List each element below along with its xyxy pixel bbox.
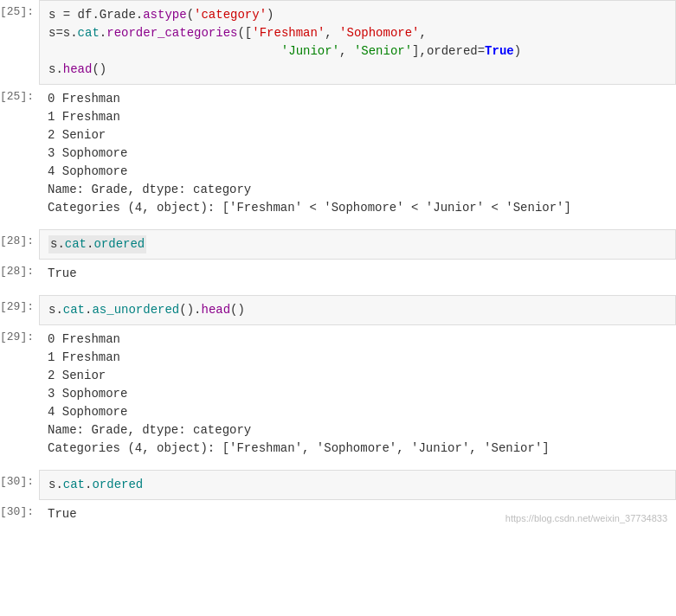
attr-cat: cat — [78, 26, 100, 40]
code-text: s. — [48, 478, 63, 491]
attr-cat: cat — [63, 303, 85, 317]
cell-30-output-number: [30]: — [0, 500, 39, 529]
attr-ordered: ordered — [92, 478, 143, 491]
cell-29-input-number: [29]: — [0, 295, 39, 325]
cell-28-output-number: [28]: — [0, 260, 39, 288]
code-line-1: s.cat.as_unordered().head() — [48, 301, 666, 319]
cell-25-output-content: 0 Freshman 1 Freshman 2 Senior 3 Sophomo… — [39, 85, 676, 222]
cell-25-input-number: [25]: — [0, 0, 39, 85]
cell-30-input: [30]: s.cat.ordered — [0, 470, 676, 500]
cell-30-output: [30]: True https://blog.csdn.net/weixin_… — [0, 500, 676, 529]
code-text: . — [100, 26, 106, 40]
fn-head: head — [63, 62, 93, 76]
highlighted-code: s.cat.ordered — [48, 235, 146, 253]
fn-reorder: reorder_categories — [106, 26, 237, 40]
cell-28-output: [28]: True — [0, 260, 676, 288]
cell-29-input-code[interactable]: s.cat.as_unordered().head() — [39, 295, 676, 325]
output-line-1: 0 Freshman — [48, 90, 667, 108]
watermark: https://blog.csdn.net/weixin_37734833 — [505, 511, 667, 526]
output-line-6: Name: Grade, dtype: category — [48, 181, 667, 199]
cell-29-output-number: [29]: — [0, 325, 39, 463]
code-text: ) — [267, 8, 274, 22]
code-text: ],ordered= — [412, 44, 485, 58]
cell-25-output: [25]: 0 Freshman 1 Freshman 2 Senior 3 S… — [0, 85, 676, 222]
output-line-7: Categories (4, object): ['Freshman' < 'S… — [48, 199, 667, 217]
fn-head: head — [201, 303, 230, 317]
code-indent — [48, 44, 281, 58]
output-line-3: 2 Senior — [48, 367, 667, 385]
cell-28-input-number: [28]: — [0, 229, 39, 260]
cell-28-output-content: True — [39, 260, 676, 288]
code-text: () — [230, 303, 245, 317]
output-line-4: 3 Sophomore — [48, 144, 667, 163]
cell-30-output-content: True https://blog.csdn.net/weixin_377348… — [39, 500, 676, 529]
cell-29-input: [29]: s.cat.as_unordered().head() — [0, 295, 676, 325]
cell-29-output-content: 0 Freshman 1 Freshman 2 Senior 3 Sophomo… — [39, 325, 676, 463]
code-line-2: s=s.cat.reorder_categories(['Freshman', … — [48, 24, 666, 42]
code-text: s = df.Grade. — [48, 8, 143, 22]
code-text: ) — [514, 44, 521, 58]
kw-true: True — [485, 44, 514, 58]
output-line-5: 4 Sophomore — [48, 403, 667, 421]
cell-30-input-number: [30]: — [0, 470, 39, 500]
output-line-7: Categories (4, object): ['Freshman', 'So… — [48, 440, 667, 458]
code-text: s=s. — [48, 26, 78, 40]
cell-30-input-code[interactable]: s.cat.ordered — [39, 470, 676, 500]
str-senior: 'Senior' — [354, 44, 412, 58]
output-line-5: 4 Sophomore — [48, 163, 667, 181]
code-text: , — [339, 44, 354, 58]
attr-cat: cat — [63, 478, 85, 491]
code-text: s. — [48, 62, 63, 76]
cell-28-input-code[interactable]: s.cat.ordered — [39, 229, 676, 260]
code-text: s. — [48, 303, 63, 317]
output-line-4: 3 Sophomore — [48, 385, 667, 403]
str-sophomore: 'Sophomore' — [339, 26, 419, 40]
cell-28-input: [28]: s.cat.ordered — [0, 229, 676, 260]
str-category: 'category' — [194, 8, 267, 22]
code-line-1: s.cat.ordered — [48, 235, 666, 253]
str-junior: 'Junior' — [281, 44, 339, 58]
cell-29-output: [29]: 0 Freshman 1 Freshman 2 Senior 3 S… — [0, 325, 676, 463]
output-line-1: 0 Freshman — [48, 330, 667, 349]
code-text: ([ — [237, 26, 252, 40]
fn-astype: astype — [143, 8, 186, 22]
cell-25-output-number: [25]: — [0, 85, 39, 222]
code-text: , — [325, 26, 339, 40]
attr-cat: cat — [65, 237, 87, 251]
code-text: ( — [187, 8, 194, 22]
code-line-3: 'Junior', 'Senior'],ordered=True) — [48, 42, 666, 61]
code-line-1: s.cat.ordered — [48, 476, 666, 494]
fn-as-unordered: as_unordered — [92, 303, 179, 317]
output-line-6: Name: Grade, dtype: category — [48, 421, 667, 440]
output-line-3: 2 Senior — [48, 126, 667, 144]
output-line-2: 1 Freshman — [48, 108, 667, 126]
code-line-4: s.head() — [48, 61, 666, 79]
str-freshman: 'Freshman' — [252, 26, 325, 40]
code-text: s. — [50, 237, 65, 251]
cell-25-input: [25]: s = df.Grade.astype('category') s=… — [0, 0, 676, 85]
code-text: () — [92, 62, 106, 76]
output-line-2: 1 Freshman — [48, 349, 667, 367]
attr-ordered: ordered — [93, 237, 145, 251]
cell-25-input-code[interactable]: s = df.Grade.astype('category') s=s.cat.… — [39, 0, 676, 85]
code-text: (). — [179, 303, 201, 317]
output-line-1: True — [48, 265, 667, 283]
code-text: , — [420, 26, 427, 40]
code-line-1: s = df.Grade.astype('category') — [48, 6, 666, 24]
